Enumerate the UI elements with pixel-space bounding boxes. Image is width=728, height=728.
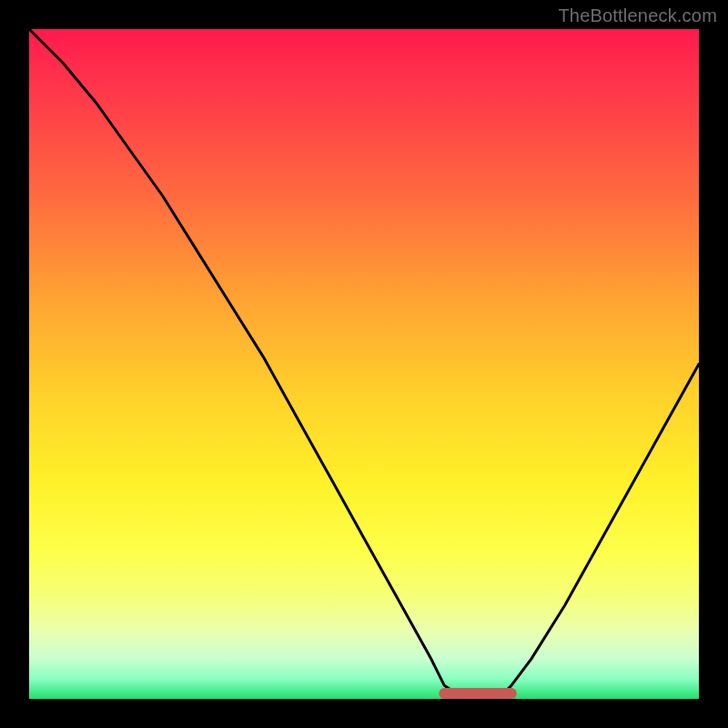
bottleneck-curve xyxy=(29,29,699,699)
plot-area xyxy=(29,29,699,699)
curve-svg xyxy=(29,29,699,699)
chart-frame: TheBottleneck.com xyxy=(0,0,728,728)
watermark-text: TheBottleneck.com xyxy=(558,5,717,26)
